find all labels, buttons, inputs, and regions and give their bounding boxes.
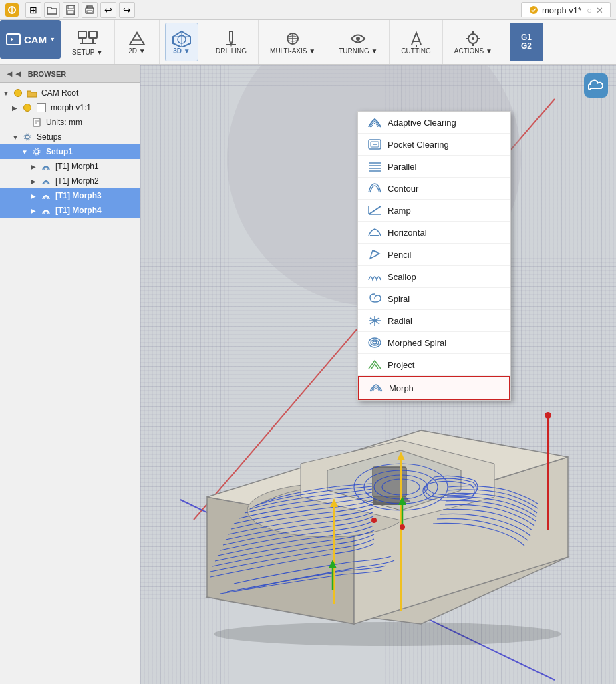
tree-item-morph4[interactable]: ▶ [T1] Morph4 (0, 203, 140, 218)
menu-item-project[interactable]: Project (358, 354, 510, 376)
menu-item-radial[interactable]: Radial (358, 310, 510, 332)
cloud-sync-button[interactable] (584, 73, 608, 98)
morph1-label: [T1] Morph1 (55, 162, 99, 171)
svg-rect-9 (78, 31, 86, 38)
morph1-icon (40, 160, 52, 172)
tree-area: ▼ CAM Root ▶ morph v1:1 (0, 83, 140, 684)
menu-item-pencil[interactable]: Pencil (358, 244, 510, 266)
radial-icon (367, 315, 382, 327)
grid-button[interactable]: ⊞ (25, 2, 41, 18)
drilling-label: DRILLING (216, 47, 247, 55)
svg-point-39 (214, 622, 561, 646)
multiaxis-section: MULTI-AXIS ▼ (259, 20, 327, 64)
setup-section: SETUP ▼ (61, 20, 115, 64)
tree-arrow: ▼ (21, 148, 31, 156)
tree-item-setup1[interactable]: ▼ Setup1 (0, 144, 140, 159)
g1g2-section: G1G2 (504, 20, 549, 64)
tree-arrow: ▼ (12, 134, 21, 141)
tree-item-morph3[interactable]: ▶ [T1] Morph3 (0, 188, 140, 203)
3d-section: 3D ▼ (160, 20, 204, 64)
menu-item-parallel[interactable]: Parallel (358, 156, 510, 178)
dropdown-menu: Adaptive Clearing Pocket Clearing Parall… (357, 111, 511, 401)
morph2-label: [T1] Morph2 (55, 176, 99, 186)
tree-item-morph1[interactable]: ▶ [T1] Morph1 (0, 159, 140, 174)
gear-icon (21, 131, 33, 143)
multiaxis-label: MULTI-AXIS ▼ (270, 47, 315, 55)
pencil-label: Pencil (388, 250, 411, 260)
menu-item-morph[interactable]: Morph (358, 376, 510, 400)
tab-close[interactable]: ✕ (596, 5, 603, 15)
drilling-button[interactable]: DRILLING (210, 23, 253, 61)
svg-point-85 (373, 341, 377, 344)
contour-icon (367, 182, 382, 194)
turning-section: TURNING ▼ (327, 20, 390, 64)
drilling-section: DRILLING (204, 20, 259, 64)
morphed-spiral-icon (367, 337, 382, 349)
svg-rect-29 (33, 118, 40, 126)
multiaxis-button[interactable]: MULTI-AXIS ▼ (264, 23, 321, 61)
tree-arrow: ▶ (12, 104, 21, 112)
actions-button[interactable]: ACTIONS ▼ (448, 23, 498, 61)
setup-button[interactable]: SETUP ▼ (66, 23, 109, 61)
morph2-icon (40, 175, 52, 187)
tree-arrow: ▶ (31, 163, 40, 170)
menu-item-ramp[interactable]: Ramp (358, 200, 510, 222)
tree-arrow: ▶ (31, 192, 40, 200)
3d-button[interactable]: 3D ▼ (165, 23, 198, 61)
3d-label: 3D ▼ (173, 47, 190, 55)
tab-dot: ○ (587, 5, 592, 15)
browser-back-arrow[interactable]: ◄◄ (5, 69, 23, 79)
menu-item-adaptive[interactable]: Adaptive Clearing (358, 112, 510, 134)
menu-item-contour[interactable]: Contour (358, 178, 510, 200)
morph-label: Morph (389, 383, 414, 393)
menu-item-pocket[interactable]: Pocket Clearing (358, 134, 510, 156)
setup-label: SETUP ▼ (72, 49, 103, 56)
undo-button[interactable]: ↩ (100, 2, 116, 18)
menu-item-spiral[interactable]: Spiral (358, 288, 510, 310)
g1g2-button[interactable]: G1G2 (510, 23, 543, 61)
tree-item-setups[interactable]: ▼ Setups (0, 130, 140, 144)
morphed-spiral-label: Morphed Spiral (388, 338, 446, 348)
turning-button[interactable]: TURNING ▼ (333, 23, 383, 61)
project-label: Project (388, 360, 414, 370)
morph4-label: [T1] Morph4 (55, 206, 102, 215)
print-button[interactable] (82, 2, 98, 18)
svg-point-33 (25, 135, 29, 139)
menu-item-scallop[interactable]: Scallop (358, 266, 510, 288)
main-area: ◄◄ BROWSER ▼ CAM Root ▶ (0, 65, 616, 684)
cam-menu-button[interactable]: CAM ▼ (0, 20, 61, 59)
redo-button[interactable]: ↪ (119, 2, 135, 18)
menu-item-morphed-spiral[interactable]: Morphed Spiral (358, 332, 510, 354)
adaptive-label: Adaptive Clearing (388, 118, 456, 128)
2d-button[interactable]: 2D ▼ (120, 23, 154, 61)
parallel-label: Parallel (388, 162, 416, 172)
pencil-icon (367, 248, 382, 261)
tree-item-camroot[interactable]: ▼ CAM Root (0, 86, 140, 100)
svg-point-35 (35, 150, 39, 154)
svg-rect-10 (89, 31, 97, 38)
titlebar: ⊞ ↩ ↪ morph v1* ○ ✕ (0, 0, 616, 20)
tab-title: morph v1* (542, 5, 581, 15)
viewport[interactable]: Adaptive Clearing Pocket Clearing Parall… (140, 65, 616, 684)
yellow-circle-icon (12, 87, 24, 99)
actions-section: ACTIONS ▼ (443, 20, 504, 64)
ramp-icon (367, 204, 382, 216)
browser-label: BROWSER (28, 70, 66, 78)
cutting-button[interactable]: CUTTING (395, 23, 436, 61)
tree-item-morph2[interactable]: ▶ [T1] Morph2 (0, 174, 140, 188)
morph-icon (369, 382, 383, 394)
parallel-icon (367, 160, 382, 172)
browser-header: ◄◄ BROWSER (0, 65, 140, 83)
save-button[interactable] (63, 2, 79, 18)
ramp-label: Ramp (388, 206, 411, 216)
svg-rect-4 (67, 11, 74, 14)
tree-item-units: Units: mm (0, 115, 140, 130)
cutting-section: CUTTING (390, 20, 442, 64)
quick-access-bar: ⊞ ↩ ↪ (25, 2, 135, 18)
open-button[interactable] (44, 2, 60, 18)
tree-item-morph[interactable]: ▶ morph v1:1 (0, 100, 140, 115)
radial-label: Radial (388, 316, 412, 326)
svg-point-65 (545, 412, 551, 419)
scallop-label: Scallop (388, 272, 416, 282)
menu-item-horizontal[interactable]: Horizontal (358, 222, 510, 244)
